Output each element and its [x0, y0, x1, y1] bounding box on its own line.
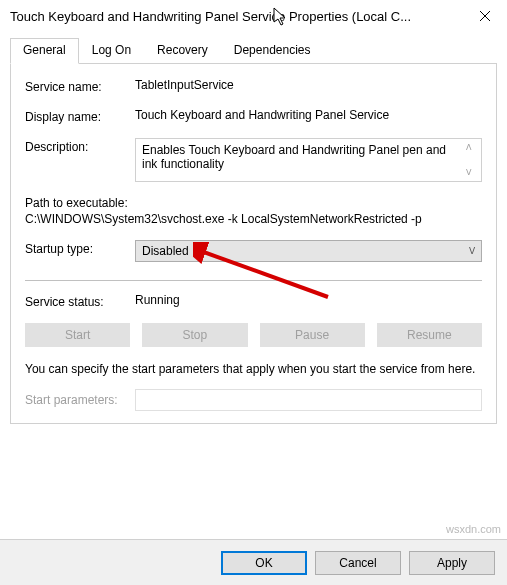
path-label: Path to executable: [25, 196, 482, 210]
separator [25, 280, 482, 281]
stop-button[interactable]: Stop [142, 323, 247, 347]
start-button[interactable]: Start [25, 323, 130, 347]
tab-strip: General Log On Recovery Dependencies [10, 38, 497, 64]
scroll-down-icon: ᐯ [466, 168, 471, 177]
path-value: C:\WINDOWS\System32\svchost.exe -k Local… [25, 212, 482, 226]
description-label: Description: [25, 138, 135, 154]
ok-button[interactable]: OK [221, 551, 307, 575]
startup-type-select[interactable]: Disabled ᐯ [135, 240, 482, 262]
display-name-value: Touch Keyboard and Handwriting Panel Ser… [135, 108, 482, 122]
description-box: Enables Touch Keyboard and Handwriting P… [135, 138, 482, 182]
start-parameters-label: Start parameters: [25, 393, 135, 407]
startup-type-value: Disabled [142, 244, 189, 258]
startup-type-label: Startup type: [25, 240, 135, 256]
cancel-button[interactable]: Cancel [315, 551, 401, 575]
service-status-value: Running [135, 293, 482, 307]
titlebar: Touch Keyboard and Handwriting Panel Ser… [0, 0, 507, 32]
tab-logon[interactable]: Log On [79, 38, 144, 63]
close-button[interactable] [462, 0, 507, 32]
display-name-label: Display name: [25, 108, 135, 124]
start-parameters-input[interactable] [135, 389, 482, 411]
resume-button[interactable]: Resume [377, 323, 482, 347]
service-name-label: Service name: [25, 78, 135, 94]
chevron-down-icon: ᐯ [469, 246, 475, 256]
window-title: Touch Keyboard and Handwriting Panel Ser… [10, 9, 411, 24]
description-text: Enables Touch Keyboard and Handwriting P… [142, 143, 461, 177]
tab-dependencies[interactable]: Dependencies [221, 38, 324, 63]
start-parameters-note: You can specify the start parameters tha… [25, 361, 482, 377]
tab-recovery[interactable]: Recovery [144, 38, 221, 63]
watermark: wsxdn.com [446, 523, 501, 535]
description-scrollbar[interactable]: ᐱ ᐯ [461, 143, 475, 177]
service-status-label: Service status: [25, 293, 135, 309]
scroll-up-icon: ᐱ [466, 143, 471, 152]
dialog-footer: OK Cancel Apply [0, 539, 507, 585]
close-icon [480, 11, 490, 21]
service-name-value: TabletInputService [135, 78, 482, 92]
tab-general[interactable]: General [10, 38, 79, 64]
pause-button[interactable]: Pause [260, 323, 365, 347]
tab-panel-general: Service name: TabletInputService Display… [10, 64, 497, 424]
apply-button[interactable]: Apply [409, 551, 495, 575]
